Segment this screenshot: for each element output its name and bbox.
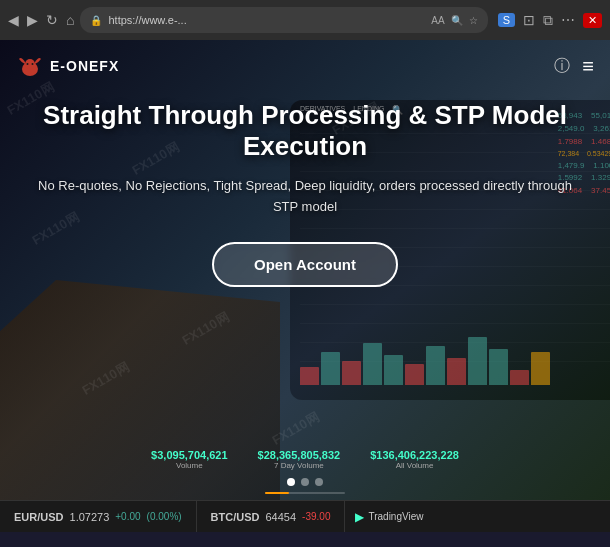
stat-all-label: All Volume: [370, 461, 459, 470]
site-container: DERIVATIVES LENDING 🔍 58,943 55,011 2,54…: [0, 40, 610, 500]
dot-3[interactable]: [315, 478, 323, 486]
close-icon[interactable]: ✕: [583, 13, 602, 28]
stats-bar: $3,095,704,621 Volume $28,365,805,832 7 …: [0, 449, 610, 470]
browser-nav-icons: ◀ ▶ ↻ ⌂: [8, 12, 74, 28]
hero-title: Straight Through Processing & STP Model …: [30, 100, 580, 162]
stat-volume-label: Volume: [151, 461, 227, 470]
tradingview-logo-icon: ▶: [355, 510, 364, 524]
browser-url: https://www.e-...: [108, 14, 425, 26]
stat-all-volume: $136,406,223,228 All Volume: [370, 449, 459, 470]
bookmark-icon: ☆: [469, 15, 478, 26]
lock-icon: 🔒: [90, 15, 102, 26]
dot-2[interactable]: [301, 478, 309, 486]
tradingview-label: TradingView: [368, 511, 423, 522]
hero-subtitle: No Re-quotes, No Rejections, Tight Sprea…: [30, 176, 580, 218]
browser-address-bar[interactable]: 🔒 https://www.e-... AA 🔍 ☆: [80, 7, 487, 33]
ticker-eurusd-price: 1.07273: [70, 511, 110, 523]
stat-all-value: $136,406,223,228: [370, 449, 459, 461]
chart-bars: [300, 325, 550, 385]
stat-7day-value: $28,365,805,832: [258, 449, 341, 461]
logo-bull-icon: [16, 54, 44, 78]
ticker-btcusd: BTC/USD 64454 -39.00: [197, 501, 346, 532]
stat-volume: $3,095,704,621 Volume: [151, 449, 227, 470]
extensions-icon[interactable]: ⊡: [523, 12, 535, 28]
svg-point-2: [27, 63, 29, 65]
hamburger-menu-icon[interactable]: ≡: [582, 55, 594, 78]
ticker-eurusd-pair: EUR/USD: [14, 511, 64, 523]
ticker-btcusd-change: -39.00: [302, 511, 330, 522]
more-options-icon[interactable]: ⋯: [561, 12, 575, 28]
forward-button[interactable]: ▶: [27, 12, 38, 28]
site-navbar: E-ONEFX ⓘ ≡: [0, 40, 610, 92]
browser-actions: S ⊡ ⧉ ⋯ ✕: [498, 12, 602, 29]
tab-icon[interactable]: ⧉: [543, 12, 553, 29]
refresh-button[interactable]: ↻: [46, 12, 58, 28]
ticker-btcusd-price: 64454: [266, 511, 297, 523]
search-icon: 🔍: [451, 15, 463, 26]
home-button[interactable]: ⌂: [66, 12, 74, 28]
ticker-eurusd-change: +0.00: [115, 511, 140, 522]
back-button[interactable]: ◀: [8, 12, 19, 28]
ticker-bar: EUR/USD 1.07273 +0.00 (0.00%) BTC/USD 64…: [0, 500, 610, 532]
tradingview-badge: ▶ TradingView: [345, 510, 433, 524]
stat-7day-label: 7 Day Volume: [258, 461, 341, 470]
share-icon[interactable]: S: [498, 13, 515, 27]
progress-fill: [265, 492, 289, 494]
svg-point-3: [32, 63, 34, 65]
site-logo: E-ONEFX: [16, 54, 119, 78]
stat-volume-value: $3,095,704,621: [151, 449, 227, 461]
browser-chrome: ◀ ▶ ↻ ⌂ 🔒 https://www.e-... AA 🔍 ☆ S ⊡ ⧉…: [0, 0, 610, 40]
dot-1[interactable]: [287, 478, 295, 486]
ticker-eurusd: EUR/USD 1.07273 +0.00 (0.00%): [0, 501, 197, 532]
slide-progress-bar: [265, 492, 345, 494]
hero-content: Straight Through Processing & STP Model …: [0, 100, 610, 287]
info-icon[interactable]: ⓘ: [554, 56, 570, 77]
logo-text: E-ONEFX: [50, 58, 119, 74]
aa-text: AA: [431, 15, 444, 26]
slide-dots: [287, 478, 323, 486]
ticker-btcusd-pair: BTC/USD: [211, 511, 260, 523]
open-account-button[interactable]: Open Account: [212, 242, 398, 287]
ticker-eurusd-percent: (0.00%): [147, 511, 182, 522]
stat-7day-volume: $28,365,805,832 7 Day Volume: [258, 449, 341, 470]
